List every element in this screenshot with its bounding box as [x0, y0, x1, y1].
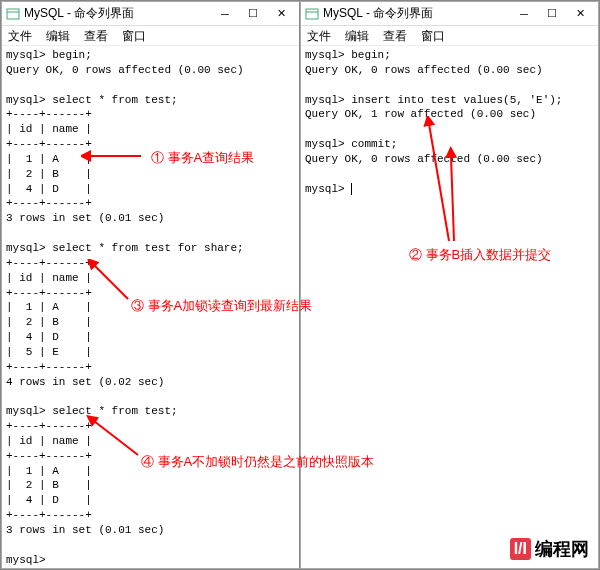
maximize-button[interactable]: ☐ — [239, 4, 267, 24]
annotation-1: ① 事务A查询结果 — [151, 149, 254, 167]
close-button[interactable]: ✕ — [267, 4, 295, 24]
svg-rect-0 — [7, 9, 19, 19]
logo-icon: I/I — [510, 538, 531, 560]
minimize-button[interactable]: ─ — [510, 4, 538, 24]
cursor — [351, 183, 352, 195]
window-title: MySQL - 命令列界面 — [323, 5, 510, 22]
menu-view[interactable]: 查看 — [84, 28, 108, 43]
close-button[interactable]: ✕ — [566, 4, 594, 24]
menu-edit[interactable]: 编辑 — [345, 28, 369, 43]
window-title: MySQL - 命令列界面 — [24, 5, 211, 22]
titlebar-left: MySQL - 命令列界面 ─ ☐ ✕ — [2, 2, 299, 26]
window-left: MySQL - 命令列界面 ─ ☐ ✕ 文件 编辑 查看 窗口 mysql> b… — [1, 1, 300, 569]
menu-window[interactable]: 窗口 — [421, 28, 445, 43]
svg-rect-2 — [306, 9, 318, 19]
maximize-button[interactable]: ☐ — [538, 4, 566, 24]
annotation-3: ③ 事务A加锁读查询到最新结果 — [131, 297, 312, 315]
titlebar-right: MySQL - 命令列界面 ─ ☐ ✕ — [301, 2, 598, 26]
menu-view[interactable]: 查看 — [383, 28, 407, 43]
annotation-2: ② 事务B插入数据并提交 — [409, 246, 551, 264]
terminal-right-content: mysql> begin; Query OK, 0 rows affected … — [305, 49, 562, 195]
menu-edit[interactable]: 编辑 — [46, 28, 70, 43]
window-right: MySQL - 命令列界面 ─ ☐ ✕ 文件 编辑 查看 窗口 mysql> b… — [300, 1, 599, 569]
logo-text: 编程网 — [535, 537, 589, 561]
annotation-4: ④ 事务A不加锁时仍然是之前的快照版本 — [141, 453, 374, 471]
menu-window[interactable]: 窗口 — [122, 28, 146, 43]
menu-file[interactable]: 文件 — [307, 28, 331, 43]
minimize-button[interactable]: ─ — [211, 4, 239, 24]
menubar-left: 文件 编辑 查看 窗口 — [2, 26, 299, 46]
app-icon — [6, 7, 20, 21]
menubar-right: 文件 编辑 查看 窗口 — [301, 26, 598, 46]
app-icon — [305, 7, 319, 21]
terminal-right[interactable]: mysql> begin; Query OK, 0 rows affected … — [301, 46, 598, 568]
menu-file[interactable]: 文件 — [8, 28, 32, 43]
site-logo: I/I 编程网 — [510, 537, 589, 561]
